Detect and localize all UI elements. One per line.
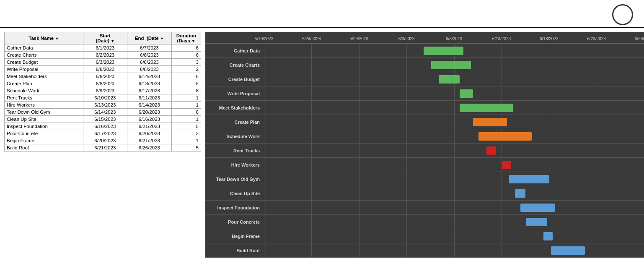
gantt-vline <box>359 115 360 129</box>
task-dur-cell: 8 <box>171 87 201 94</box>
gantt-row: Rent Trucks <box>205 144 644 158</box>
gantt-row-label: Create Charts <box>205 63 264 68</box>
table-section: Task Name ▼ Start(Date) ▼ End (Date ▼ Du… <box>0 32 205 258</box>
gantt-row-label: Write Proposal <box>205 91 264 96</box>
task-name-cell: Inspect Foundation <box>5 123 83 130</box>
gantt-vline <box>264 186 264 200</box>
gantt-bar <box>460 104 513 112</box>
gantt-vline <box>454 144 455 157</box>
gantt-bar <box>543 232 553 240</box>
task-start-cell: 6/13/2023 <box>83 102 127 109</box>
gantt-vline <box>549 186 549 200</box>
task-end-cell: 6/14/2023 <box>127 102 172 109</box>
table-row: Create Charts 6/2/2023 6/8/2023 6 <box>5 52 201 59</box>
gantt-vline <box>264 44 264 57</box>
gantt-bar-area <box>264 144 644 157</box>
gantt-bar-area <box>264 158 644 172</box>
gantt-bar <box>424 47 463 55</box>
gantt-date-label: 6/23/2023 <box>587 37 606 41</box>
task-end-cell: 6/20/2023 <box>127 109 172 116</box>
gantt-vline <box>311 201 312 214</box>
gantt-vline <box>359 243 360 257</box>
page-header <box>0 0 644 28</box>
col-header-end: End (Date ▼ <box>127 32 172 44</box>
gantt-vline <box>264 144 264 157</box>
header-right <box>612 4 637 25</box>
gantt-row: Create Charts <box>205 58 644 72</box>
gantt-vline <box>454 201 455 214</box>
gantt-vline <box>549 115 549 129</box>
gantt-bar <box>551 246 585 255</box>
filter-icon-start[interactable]: ▼ <box>111 39 114 43</box>
gantt-vline <box>406 86 407 100</box>
gantt-vline <box>359 72 360 86</box>
gantt-vline <box>597 158 597 172</box>
gantt-bar <box>520 204 555 212</box>
gantt-vline <box>311 186 312 200</box>
task-name-cell: Tear Down Old Gym <box>5 109 83 116</box>
task-end-cell: 6/8/2023 <box>127 66 172 73</box>
gantt-vline <box>597 186 597 200</box>
gantt-vline <box>359 144 360 157</box>
task-end-cell: 6/26/2023 <box>127 144 172 151</box>
gantt-row: Clean Up Site <box>205 186 644 201</box>
task-name-cell: Clean Up Site <box>5 116 83 123</box>
task-dur-cell: 1 <box>171 102 201 109</box>
gantt-vline <box>502 72 502 86</box>
gantt-row: Create Plan <box>205 115 644 129</box>
table-row: Schedule Work 6/9/2023 6/17/2023 8 <box>5 87 201 94</box>
gantt-vline <box>264 158 264 172</box>
task-end-cell: 6/7/2023 <box>127 44 172 52</box>
table-row: Meet Stakeholders 6/6/2023 6/14/2023 8 <box>5 73 201 80</box>
gantt-bar-area <box>264 243 644 257</box>
task-dur-cell: 6 <box>171 52 201 59</box>
task-end-cell: 6/17/2023 <box>127 87 172 94</box>
task-start-cell: 6/20/2023 <box>83 137 127 144</box>
gantt-section: 5/19/20235/24/20235/29/20236/3/20236/8/2… <box>205 32 644 258</box>
gantt-vline <box>502 201 502 214</box>
gantt-vline <box>549 129 549 143</box>
gantt-row: Hire Workers <box>205 158 644 172</box>
gantt-vline <box>597 72 597 86</box>
task-end-cell: 6/20/2023 <box>127 130 172 137</box>
gantt-bar-area <box>264 115 644 129</box>
gantt-date-headers: 5/19/20235/24/20235/29/20236/3/20236/8/2… <box>264 32 644 43</box>
task-end-cell: 6/14/2023 <box>127 73 172 80</box>
task-start-cell: 6/17/2023 <box>83 130 127 137</box>
gantt-row-label: Build Roof <box>205 248 264 253</box>
filter-icon-task[interactable]: ▼ <box>55 37 59 41</box>
gantt-vline <box>454 86 455 100</box>
gantt-row-label: Create Plan <box>205 120 264 125</box>
gantt-date-label: 6/28/2023 <box>635 37 644 41</box>
task-dur-cell: 5 <box>171 144 201 151</box>
gantt-vline <box>406 186 407 200</box>
task-start-cell: 6/16/2023 <box>83 123 127 130</box>
task-start-cell: 6/3/2023 <box>83 59 127 66</box>
table-row: Write Proposal 6/6/2023 6/8/2023 2 <box>5 66 201 73</box>
gantt-row-label: Gather Data <box>205 48 264 53</box>
gantt-bar-area <box>264 129 644 143</box>
filter-icon-dur[interactable]: ▼ <box>191 39 195 43</box>
gantt-vline <box>264 129 264 143</box>
gantt-vline <box>406 115 407 129</box>
pm-logo <box>612 4 633 25</box>
gantt-row: Pour Concrete <box>205 215 644 229</box>
gantt-vline <box>359 86 360 100</box>
task-name-cell: Begin Frame <box>5 137 83 144</box>
task-end-cell: 6/11/2023 <box>127 94 172 102</box>
task-end-cell: 6/21/2023 <box>127 137 172 144</box>
table-row: Rent Trucks 6/10/2023 6/11/2023 1 <box>5 94 201 102</box>
gantt-vline <box>359 58 360 72</box>
task-dur-cell: 5 <box>171 80 201 87</box>
task-start-cell: 6/14/2023 <box>83 109 127 116</box>
gantt-bar-area <box>264 58 644 72</box>
gantt-vline <box>359 129 360 143</box>
task-name-cell: Gather Data <box>5 44 83 52</box>
filter-icon-end[interactable]: ▼ <box>160 37 164 41</box>
gantt-bar-area <box>264 172 644 186</box>
gantt-vline <box>406 215 407 229</box>
task-dur-cell: 5 <box>171 123 201 130</box>
task-end-cell: 6/13/2023 <box>127 80 172 87</box>
gantt-vline <box>311 158 312 172</box>
gantt-vline <box>454 186 455 200</box>
